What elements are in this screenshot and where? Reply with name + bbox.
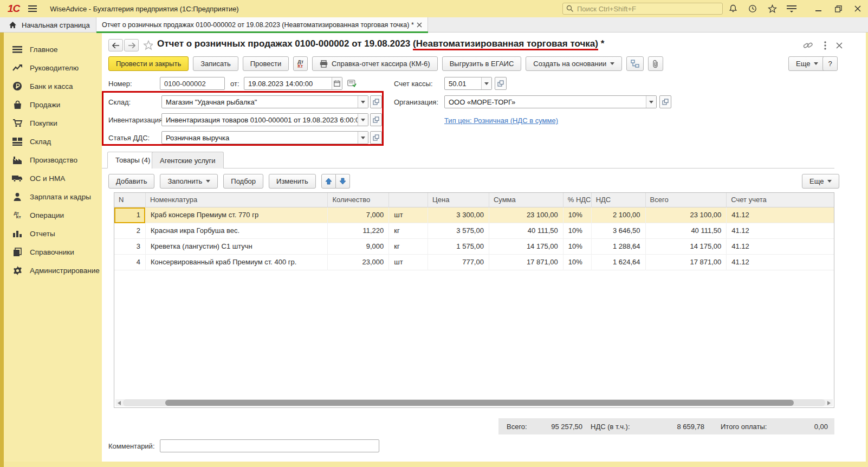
pick-button[interactable]: Подбор: [223, 174, 263, 189]
inventory-field[interactable]: Инвентаризация товаров 0100-000001 от 19…: [161, 113, 368, 126]
column-header[interactable]: Количество: [328, 193, 389, 207]
dropdown-icon[interactable]: [358, 114, 368, 126]
column-header[interactable]: Цена: [428, 193, 489, 207]
table-cell[interactable]: 4: [114, 255, 146, 270]
column-header[interactable]: Номенклатура: [146, 193, 328, 207]
tab-goods[interactable]: Товары (4): [107, 152, 158, 168]
table-cell[interactable]: Краб консерв Премиум ст. 770 гр: [146, 207, 328, 223]
horizontal-scrollbar[interactable]: [115, 399, 833, 406]
sidebar-item-proizvodstvo[interactable]: Производство: [4, 152, 102, 168]
sidebar-item-pokupki[interactable]: Покупки: [4, 115, 102, 131]
tab-document[interactable]: Отчет о розничных продажах 0100-000002 о…: [96, 17, 428, 33]
sidebar-item-os-nma[interactable]: ОС и НМА: [4, 170, 102, 186]
tab-home-page[interactable]: Начальная страница: [0, 17, 96, 33]
edit-button[interactable]: Изменить: [269, 174, 316, 189]
table-cell[interactable]: 7,000: [328, 207, 389, 223]
notifications-bell-icon[interactable]: [728, 4, 738, 14]
table-row[interactable]: 2Красная икра Горбуша вес.11,220кг3 575,…: [114, 223, 834, 239]
minimize-icon[interactable]: [814, 4, 824, 14]
table-cell[interactable]: 41.12: [727, 207, 834, 223]
cash-account-open-button[interactable]: [495, 77, 507, 90]
create-based-on-button[interactable]: Создать на основании: [526, 56, 622, 71]
table-cell[interactable]: 3: [114, 239, 146, 255]
dropdown-icon[interactable]: [358, 96, 368, 108]
table-cell[interactable]: 14 175,00: [646, 239, 727, 255]
table-cell[interactable]: 41.12: [727, 223, 834, 239]
column-header[interactable]: [389, 193, 428, 207]
table-cell[interactable]: 40 111,50: [489, 223, 563, 239]
form-more-button[interactable]: Еще: [788, 56, 826, 71]
scroll-right-icon[interactable]: [825, 399, 833, 406]
table-cell[interactable]: 1 288,64: [592, 239, 646, 255]
column-header[interactable]: Сумма: [489, 193, 563, 207]
sidebar-item-spravochniki[interactable]: Справочники: [4, 244, 102, 260]
comment-input[interactable]: [160, 439, 379, 452]
table-cell[interactable]: Креветка (лангустин) С1 штучн: [146, 239, 328, 255]
main-menu-icon[interactable]: [28, 5, 37, 12]
sidebar-item-glavnoe[interactable]: Главное: [4, 41, 102, 57]
table-cell[interactable]: Консервированный краб Премиум ст. 400 гр…: [146, 255, 328, 270]
table-cell[interactable]: 23 100,00: [646, 207, 727, 223]
attachments-paperclip-button[interactable]: [648, 56, 663, 71]
table-row[interactable]: 3Креветка (лангустин) С1 штучн9,000кг1 5…: [114, 239, 834, 255]
table-cell[interactable]: 17 871,00: [646, 255, 727, 270]
help-button[interactable]: ?: [822, 56, 838, 71]
cash-account-field[interactable]: 50.01: [444, 77, 492, 90]
table-row[interactable]: 1Краб консерв Премиум ст. 770 гр7,000шт3…: [114, 207, 834, 223]
restore-icon[interactable]: [833, 4, 843, 14]
sidebar-item-otchety[interactable]: Отчеты: [4, 225, 102, 242]
table-cell[interactable]: 3 575,00: [428, 223, 489, 239]
history-icon[interactable]: [748, 4, 757, 14]
column-header[interactable]: Счет учета: [727, 193, 834, 207]
table-cell[interactable]: 23,000: [328, 255, 389, 270]
move-down-button[interactable]: [336, 174, 350, 189]
table-cell[interactable]: 1: [114, 207, 146, 223]
dds-open-button[interactable]: [370, 131, 382, 144]
table-cell[interactable]: 14 175,00: [489, 239, 563, 255]
sidebar-item-prodazhi[interactable]: Продажи: [4, 96, 102, 113]
number-field[interactable]: 0100-000002: [160, 77, 225, 90]
table-cell[interactable]: Красная икра Горбуша вес.: [146, 223, 328, 239]
table-cell[interactable]: 1 575,00: [428, 239, 489, 255]
warehouse-open-button[interactable]: [370, 95, 382, 108]
move-up-button[interactable]: [321, 174, 336, 189]
post-button[interactable]: Провести: [243, 56, 289, 71]
organization-open-button[interactable]: [659, 95, 671, 108]
table-cell[interactable]: 9,000: [328, 239, 389, 255]
km6-report-button[interactable]: Справка-отчет кассира (КМ-6): [312, 56, 438, 71]
more-dots-icon[interactable]: [820, 41, 830, 50]
table-cell[interactable]: 11,220: [328, 223, 389, 239]
fill-button[interactable]: Заполнить: [160, 174, 218, 189]
column-header[interactable]: Всего: [646, 193, 727, 207]
column-header[interactable]: НДС: [592, 193, 646, 207]
save-button[interactable]: Записать: [193, 56, 238, 71]
table-cell[interactable]: 2 100,00: [592, 207, 646, 223]
egais-upload-button[interactable]: Выгрузить в ЕГАИС: [442, 56, 522, 71]
sidebar-item-bank-kassa[interactable]: Банк и касса: [4, 78, 102, 94]
tab-agent-services[interactable]: Агентские услуги: [152, 152, 224, 168]
dropdown-icon[interactable]: [481, 77, 491, 89]
scrollbar-track[interactable]: [123, 399, 825, 406]
back-button[interactable]: [108, 39, 123, 51]
table-more-button[interactable]: Еще: [802, 174, 839, 189]
table-cell[interactable]: 17 871,00: [489, 255, 563, 270]
search-input[interactable]: Поиск Ctrl+Shift+F: [562, 3, 723, 15]
calendar-icon[interactable]: [332, 77, 342, 89]
table-cell[interactable]: 23 100,00: [489, 207, 563, 223]
dropdown-icon[interactable]: [646, 96, 656, 108]
sidebar-item-administrirovanie[interactable]: Администрирование: [4, 262, 102, 278]
warehouse-field[interactable]: Магазин "Удачная рыбалка": [161, 95, 368, 108]
price-type-link[interactable]: Тип цен: Розничная (НДС в сумме): [444, 116, 558, 125]
forward-button[interactable]: [124, 39, 139, 51]
service-menu-icon[interactable]: [787, 4, 796, 14]
table-cell[interactable]: кг: [389, 223, 428, 239]
table-cell[interactable]: 777,00: [428, 255, 489, 270]
table-cell[interactable]: 10%: [563, 207, 592, 223]
close-window-icon[interactable]: [853, 4, 863, 14]
related-documents-button[interactable]: [626, 56, 644, 71]
column-header[interactable]: N: [114, 193, 146, 207]
get-link-icon[interactable]: [803, 41, 813, 50]
sidebar-item-operacii[interactable]: Дт Кт Операции: [4, 207, 102, 223]
table-row[interactable]: 4Консервированный краб Премиум ст. 400 г…: [114, 255, 834, 270]
dt-kt-postings-button[interactable]: ДтКт: [293, 56, 308, 71]
